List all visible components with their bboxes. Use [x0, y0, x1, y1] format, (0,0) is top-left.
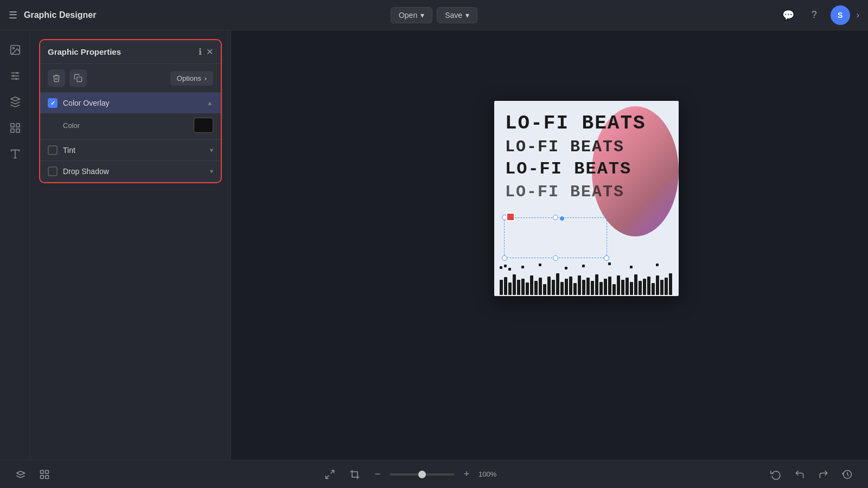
zoom-out-button[interactable]: − [370, 467, 385, 482]
tint-header[interactable]: Tint ▾ [40, 140, 221, 160]
color-overlay-section: Color Overlay ▲ Color [40, 93, 221, 140]
svg-rect-65 [41, 470, 44, 473]
drop-shadow-checkbox[interactable] [48, 166, 58, 176]
fit-screen-icon[interactable] [320, 465, 340, 484]
avatar[interactable]: S [831, 5, 850, 25]
svg-rect-50 [652, 283, 655, 295]
svg-rect-22 [530, 275, 533, 295]
info-icon[interactable]: ℹ [199, 47, 202, 57]
svg-point-1 [12, 47, 14, 49]
svg-rect-58 [521, 266, 524, 268]
redo-icon[interactable] [814, 465, 833, 484]
color-overlay-checkbox[interactable] [48, 98, 58, 108]
svg-rect-30 [565, 279, 568, 295]
svg-rect-39 [604, 279, 607, 295]
canvas-area[interactable]: LO-FI BEATS LO-FI BEATS LO-FI BEATS LO-F… [231, 30, 868, 460]
svg-rect-37 [595, 274, 598, 295]
topbar-center: Open ▾ Save ▾ [391, 7, 477, 23]
svg-rect-51 [656, 275, 659, 295]
save-chevron-icon: ▾ [465, 11, 469, 20]
svg-rect-28 [556, 273, 559, 295]
bottom-center-tools: − + 100% [320, 465, 500, 484]
drop-shadow-header[interactable]: Drop Shadow ▾ [40, 161, 221, 182]
svg-rect-9 [16, 124, 19, 127]
svg-rect-16 [504, 277, 507, 295]
zoom-thumb[interactable] [418, 471, 426, 478]
crop-icon[interactable] [345, 465, 365, 484]
svg-rect-54 [669, 273, 672, 295]
svg-rect-43 [621, 280, 624, 295]
sidebar-icon-adjustments[interactable] [4, 65, 26, 87]
app-title: Graphic Designer [24, 10, 96, 20]
sidebar-icon-layers[interactable] [4, 91, 26, 113]
tint-chevron-icon: ▾ [210, 146, 213, 154]
blue-rotation-handle[interactable] [559, 216, 565, 221]
open-button[interactable]: Open ▾ [391, 7, 432, 23]
main-layout: Graphic Properties ℹ ✕ [0, 30, 868, 460]
sidebar-icon-image[interactable] [4, 39, 26, 61]
svg-rect-45 [630, 282, 633, 295]
tint-section: Tint ▾ [40, 140, 221, 161]
svg-rect-67 [41, 475, 44, 478]
svg-rect-61 [582, 265, 585, 267]
history-icon[interactable] [838, 465, 857, 484]
sidebar-icon-grid[interactable] [4, 117, 26, 139]
duplicate-button[interactable] [69, 69, 87, 87]
panel-area: Graphic Properties ℹ ✕ [30, 30, 231, 460]
drop-shadow-chevron-icon: ▾ [210, 168, 213, 175]
svg-rect-71 [352, 472, 358, 477]
svg-rect-35 [586, 278, 590, 295]
svg-rect-18 [513, 274, 516, 295]
svg-rect-15 [500, 280, 503, 295]
zoom-slider[interactable] [390, 473, 455, 476]
svg-rect-11 [16, 129, 19, 132]
svg-rect-14 [77, 77, 82, 82]
chat-icon[interactable]: 💬 [778, 5, 798, 25]
svg-rect-57 [508, 268, 511, 271]
svg-rect-52 [660, 280, 663, 295]
svg-rect-21 [526, 282, 529, 295]
hamburger-icon[interactable]: ☰ [9, 9, 17, 21]
bottom-toolbar: − + 100% [0, 460, 868, 488]
svg-point-7 [15, 78, 17, 80]
layers-icon[interactable] [11, 465, 30, 484]
drop-shadow-label: Drop Shadow [63, 167, 205, 176]
svg-rect-33 [578, 275, 581, 295]
color-overlay-header[interactable]: Color Overlay ▲ [40, 93, 221, 113]
help-icon[interactable]: ? [805, 5, 824, 25]
svg-rect-10 [10, 129, 14, 132]
svg-rect-46 [634, 274, 637, 295]
bottom-left-tools [11, 465, 54, 484]
svg-rect-40 [608, 277, 611, 295]
panel-title: Graphic Properties [48, 47, 121, 56]
svg-rect-41 [612, 284, 616, 295]
svg-rect-42 [617, 275, 620, 295]
zoom-in-button[interactable]: + [459, 467, 474, 482]
tint-checkbox[interactable] [48, 145, 58, 155]
bottom-pattern [494, 253, 679, 296]
topbar-more-icon[interactable]: › [857, 10, 859, 20]
color-swatch[interactable] [194, 118, 213, 133]
grid-view-icon[interactable] [35, 465, 54, 484]
color-row: Color [40, 113, 221, 139]
tint-label: Tint [63, 146, 205, 155]
svg-rect-38 [599, 282, 603, 295]
options-button[interactable]: Options › [170, 71, 213, 86]
svg-rect-59 [539, 264, 541, 266]
svg-rect-60 [565, 267, 567, 269]
sidebar-icon-text[interactable] [4, 143, 26, 165]
panel-header: Graphic Properties ℹ ✕ [40, 40, 221, 64]
svg-rect-23 [534, 281, 538, 295]
svg-rect-17 [508, 282, 512, 295]
panel-header-icons: ℹ ✕ [199, 47, 213, 57]
save-button[interactable]: Save ▾ [437, 7, 477, 23]
red-corner-handle[interactable] [506, 213, 515, 221]
svg-rect-55 [500, 266, 502, 269]
delete-button[interactable] [48, 69, 65, 87]
lofi-line-1: LO-FI BEATS [505, 112, 668, 135]
svg-rect-44 [626, 278, 629, 295]
undo-icon[interactable] [790, 465, 809, 484]
refresh-icon[interactable] [766, 465, 786, 484]
close-icon[interactable]: ✕ [206, 47, 213, 57]
svg-rect-36 [591, 281, 594, 295]
